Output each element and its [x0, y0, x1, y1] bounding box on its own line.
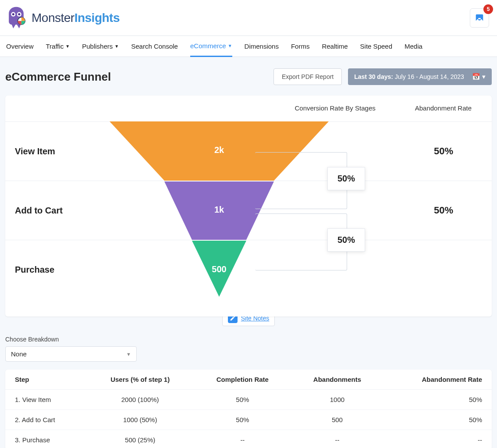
breakdown-select[interactable]: None ▼ [5, 346, 137, 362]
abandon-rate: 50% [395, 146, 492, 157]
mascot-icon [4, 6, 28, 30]
inbox-badge: 5 [483, 4, 493, 14]
funnel-table-card: Step Users (% of step 1) Completion Rate… [5, 370, 492, 448]
tab-traffic[interactable]: Traffic▼ [46, 36, 70, 57]
col-step: Step [5, 370, 86, 390]
tab-publishers[interactable]: Publishers▼ [82, 36, 119, 57]
inbox-icon [475, 13, 484, 23]
tab-search-console[interactable]: Search Console [131, 36, 178, 57]
brand-text-first: Monster [32, 11, 75, 25]
tab-site-speed[interactable]: Site Speed [360, 36, 392, 57]
tab-forms[interactable]: Forms [291, 36, 310, 57]
funnel-value-1: 2k [214, 145, 224, 155]
tab-dimensions[interactable]: Dimensions [245, 36, 279, 57]
col-completion: Completion Rate [194, 370, 291, 390]
table-header-row: Step Users (% of step 1) Completion Rate… [5, 370, 492, 390]
svg-point-2 [12, 13, 14, 15]
funnel-chart-card: Conversion Rate By Stages Abandonment Ra… [5, 96, 492, 316]
col-abandonment: Abandonment Rate [415, 104, 472, 112]
table-row: 2. Add to Cart 1000 (50%) 50% 500 50% [5, 410, 492, 430]
col-users: Users (% of step 1) [86, 370, 194, 390]
stage-label: Purchase [15, 265, 111, 275]
stage-label: Add to Cart [15, 206, 111, 216]
tab-realtime[interactable]: Realtime [322, 36, 348, 57]
table-row: 3. Purchase 500 (25%) -- -- -- [5, 430, 492, 448]
funnel-value-2: 1k [214, 205, 224, 214]
breakdown-selected: None [11, 350, 27, 358]
conversion-badge-2: 50% [327, 228, 365, 252]
tab-ecommerce[interactable]: eCommerce▼ [190, 36, 232, 57]
funnel-rows: 2k 1k 500 50% 50% View Item 50% Add to C… [5, 121, 492, 299]
brand-text-second: Insights [75, 11, 120, 25]
svg-point-3 [18, 13, 20, 15]
chevron-down-icon: ▼ [126, 352, 131, 357]
date-range-picker[interactable]: Last 30 days: July 16 - August 14, 2023 … [348, 68, 492, 85]
tab-overview[interactable]: Overview [6, 36, 34, 57]
chevron-down-icon: ▼ [228, 43, 232, 48]
report-tabs: Overview Traffic▼ Publishers▼ Search Con… [0, 36, 497, 57]
col-abandonments: Abandonments [291, 370, 383, 390]
calendar-icon: 📅 ▾ [472, 73, 486, 81]
stage-label: View Item [15, 146, 111, 156]
funnel-value-3: 500 [212, 264, 226, 274]
page-toolbar: eCommerce Funnel Export PDF Report Last … [0, 57, 497, 96]
table-row: 1. View Item 2000 (100%) 50% 1000 50% [5, 390, 492, 410]
funnel-chart: 2k 1k 500 [110, 121, 329, 299]
tab-media[interactable]: Media [405, 36, 422, 57]
funnel-column-headers: Conversion Rate By Stages Abandonment Ra… [5, 104, 492, 121]
export-pdf-button[interactable]: Export PDF Report [273, 68, 342, 85]
conversion-badge-1: 50% [327, 167, 365, 190]
col-conversion: Conversion Rate By Stages [295, 104, 375, 112]
chevron-down-icon: ▼ [114, 44, 119, 49]
inbox-button[interactable]: 5 [470, 8, 489, 28]
chevron-down-icon: ▼ [65, 44, 70, 49]
brand-logo: MonsterInsights [4, 6, 120, 30]
abandon-rate: 50% [395, 205, 492, 216]
breakdown-label: Choose Breakdown [5, 336, 492, 343]
funnel-table: Step Users (% of step 1) Completion Rate… [5, 370, 492, 448]
app-header: MonsterInsights 5 [0, 0, 497, 36]
page-title: eCommerce Funnel [5, 70, 267, 84]
col-abandon-rate: Abandonment Rate [383, 370, 492, 390]
